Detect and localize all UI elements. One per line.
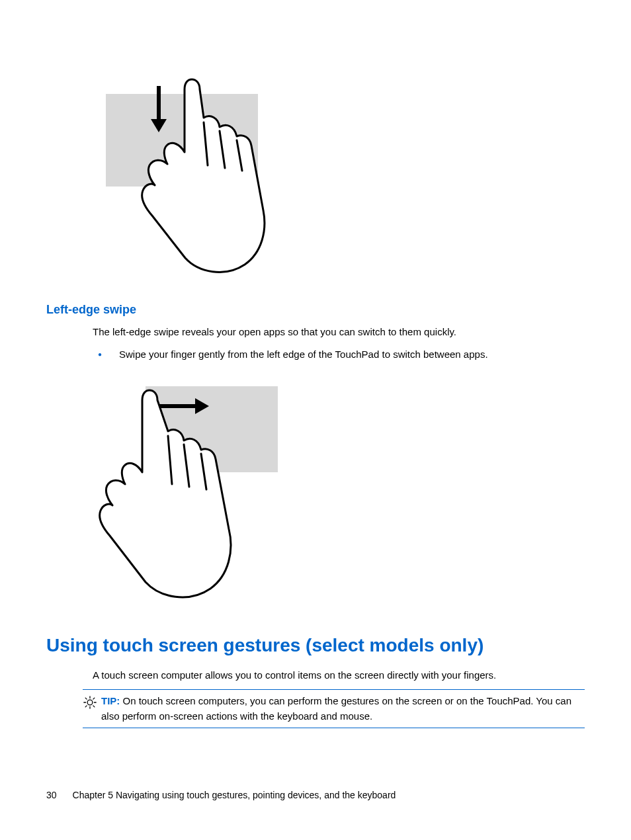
- left-edge-swipe-intro: The left-edge swipe reveals your open ap…: [93, 325, 585, 340]
- left-edge-swipe-list: Swipe your finger gently from the left e…: [93, 347, 585, 362]
- svg-line-12: [93, 706, 95, 707]
- page-number: 30: [46, 790, 57, 800]
- touch-screen-intro: A touch screen computer allows you to co…: [93, 668, 585, 683]
- tip-label: TIP:: [101, 695, 120, 706]
- footer-chapter: Chapter 5 Navigating using touch gesture…: [73, 790, 396, 800]
- tip-text: TIP: On touch screen computers, you can …: [101, 694, 585, 724]
- svg-point-6: [87, 700, 93, 705]
- hand-swipe-down-icon: [93, 60, 278, 284]
- left-edge-swipe-illustration: [93, 373, 585, 611]
- touch-screen-heading: Using touch screen gestures (select mode…: [46, 635, 585, 656]
- svg-line-14: [93, 698, 95, 699]
- tip-body: On touch screen computers, you can perfo…: [101, 695, 571, 722]
- hand-swipe-right-icon: [93, 373, 291, 611]
- tip-icon: [83, 695, 97, 710]
- left-edge-swipe-heading: Left-edge swipe: [46, 303, 585, 317]
- top-edge-swipe-illustration: [93, 60, 585, 284]
- svg-line-11: [85, 698, 87, 699]
- svg-line-13: [85, 706, 87, 707]
- tip-box: TIP: On touch screen computers, you can …: [83, 689, 585, 728]
- left-edge-swipe-bullet: Swipe your finger gently from the left e…: [93, 347, 585, 362]
- page-footer: 30 Chapter 5 Navigating using touch gest…: [46, 790, 585, 800]
- document-page: Left-edge swipe The left-edge swipe reve…: [0, 0, 631, 840]
